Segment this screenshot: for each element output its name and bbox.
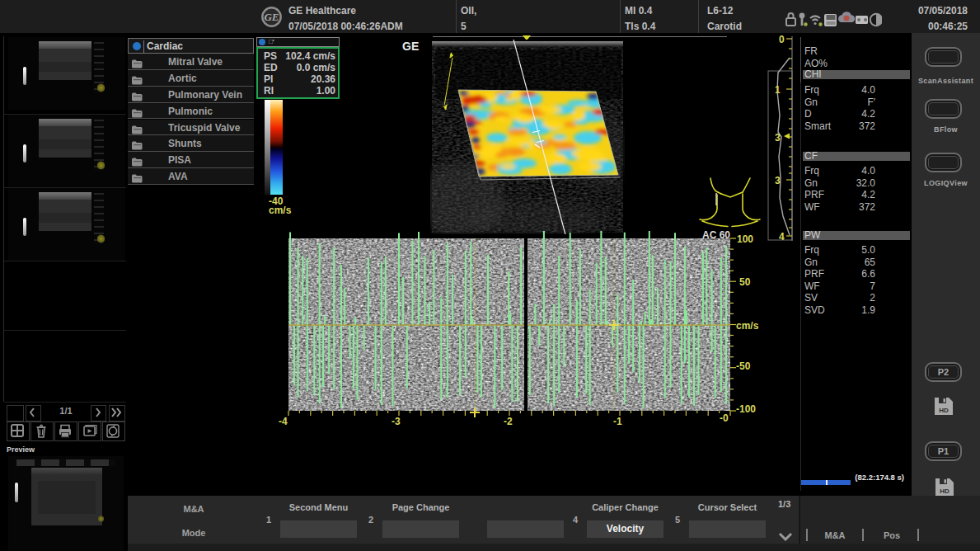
svg-text:3: 3 xyxy=(775,132,781,144)
svg-text:GE: GE xyxy=(264,11,279,23)
svg-text:3: 3 xyxy=(775,175,781,186)
svg-text:HD: HD xyxy=(939,407,949,414)
svg-text:HD: HD xyxy=(940,487,950,495)
svg-text:1: 1 xyxy=(775,84,781,96)
svg-text:0: 0 xyxy=(779,34,785,45)
svg-text:4: 4 xyxy=(779,231,785,243)
